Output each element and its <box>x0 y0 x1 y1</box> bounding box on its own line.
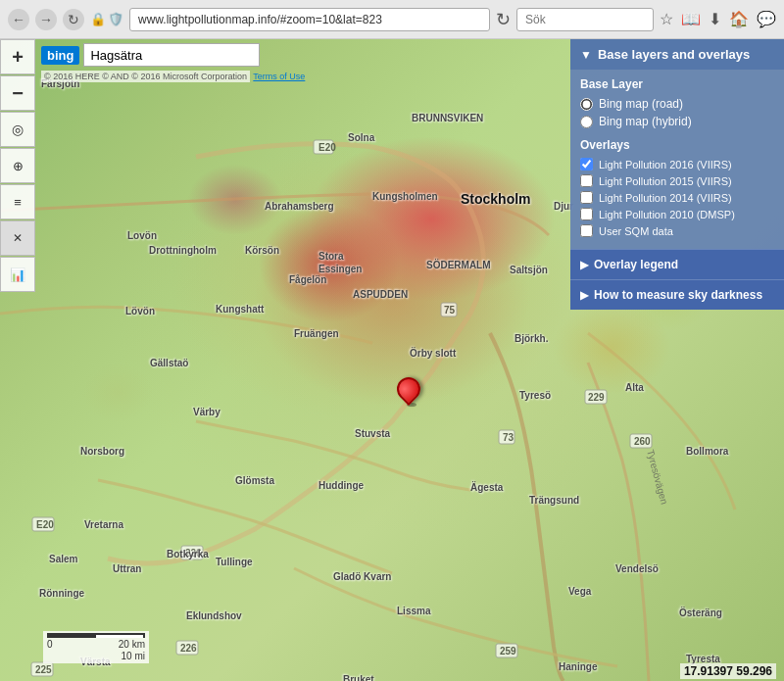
cb-lp2015-input[interactable] <box>580 174 593 187</box>
base-layer-options: Bing map (road) Bing map (hybrid) <box>580 97 774 128</box>
mi-scale: 10 mi <box>122 651 145 661</box>
measure-section[interactable]: ▶ How to measure sky darkness <box>570 279 784 310</box>
browser-icons: ☆ 📖 ⬇ 🏠 💬 <box>660 10 776 28</box>
bing-copyright: © 2016 HERE © AND © 2016 Microsoft Corpo… <box>41 69 305 82</box>
cb-sqm: User SQM data <box>580 224 774 237</box>
cb-lp2010-label: Light Pollution 2010 (DMSP) <box>599 209 735 220</box>
overlay-options: Light Pollution 2016 (VIIRS) Light Pollu… <box>580 158 774 237</box>
bookmark-icon[interactable]: 📖 <box>681 10 701 28</box>
measure-arrow: ▶ <box>580 289 588 302</box>
messages-icon[interactable]: 💬 <box>757 10 776 28</box>
cb-lp2010: Light Pollution 2010 (DMSP) <box>580 208 774 220</box>
forward-button[interactable]: → <box>35 9 57 30</box>
measure-label: How to measure sky darkness <box>594 288 762 302</box>
radio-hybrid-label: Bing map (hybrid) <box>599 115 692 128</box>
cb-lp2015: Light Pollution 2015 (VIIRS) <box>580 174 774 187</box>
security-indicator: 🔒 🛡️ <box>90 12 123 26</box>
close-button[interactable]: ✕ <box>0 220 35 256</box>
cb-lp2016: Light Pollution 2016 (VIIRS) <box>580 158 774 170</box>
right-panel: ▼ Base layers and overlays Base Layer Bi… <box>570 39 784 310</box>
panel-header[interactable]: ▼ Base layers and overlays <box>570 39 784 70</box>
lon-value: 17.91397 <box>684 664 733 678</box>
scale-ruler-km <box>47 633 145 638</box>
cb-lp2016-input[interactable] <box>580 158 593 170</box>
legend-label: Overlay legend <box>594 258 678 271</box>
lat-value: 59.296 <box>736 664 772 678</box>
home-icon[interactable]: 🏠 <box>729 10 749 28</box>
legend-arrow: ▶ <box>580 259 588 271</box>
svg-text:226: 226 <box>185 548 202 559</box>
cb-lp2015-label: Light Pollution 2015 (VIIRS) <box>599 175 732 187</box>
map-tools: + − ◎ ⊕ ≡ ✕ 📊 <box>0 39 35 681</box>
reload-icon[interactable]: ↻ <box>496 9 511 30</box>
radio-road: Bing map (road) <box>580 97 774 111</box>
cb-sqm-label: User SQM data <box>599 225 673 237</box>
svg-text:75: 75 <box>444 305 456 316</box>
base-layer-title: Base Layer <box>580 77 774 91</box>
radio-road-label: Bing map (road) <box>599 97 683 111</box>
svg-text:259: 259 <box>500 646 516 657</box>
bing-search-input[interactable] <box>83 43 260 67</box>
cb-sqm-input[interactable] <box>580 224 593 237</box>
search-input[interactable] <box>516 8 654 31</box>
panel-body: Base Layer Bing map (road) Bing map (hyb… <box>570 70 784 249</box>
km-scale: 20 km <box>119 639 145 650</box>
zoom-out-button[interactable]: − <box>0 75 35 111</box>
svg-text:225: 225 <box>35 664 52 675</box>
bing-logo: bing <box>41 46 79 65</box>
svg-text:Tyresövägen: Tyresövägen <box>645 449 669 506</box>
star-icon[interactable]: ☆ <box>660 10 673 28</box>
svg-text:260: 260 <box>634 436 651 447</box>
refresh-button[interactable]: ↻ <box>63 9 84 30</box>
cb-lp2014-input[interactable] <box>580 191 593 204</box>
svg-text:229: 229 <box>588 392 605 403</box>
svg-text:E20: E20 <box>36 519 54 530</box>
url-bar[interactable] <box>129 8 490 31</box>
radio-hybrid: Bing map (hybrid) <box>580 115 774 128</box>
locate-button[interactable]: ◎ <box>0 112 35 147</box>
overlays-title: Overlays <box>580 138 774 152</box>
coordinates: 17.91397 59.296 <box>680 663 776 679</box>
map-container[interactable]: E20 75 229 73 260 E20 226 226 225 259 73… <box>0 39 784 681</box>
map-pin <box>397 377 426 416</box>
layers-button[interactable]: ≡ <box>0 184 35 219</box>
scale-line: 0 20 km 10 mi <box>47 633 145 661</box>
browser-chrome: ← → ↻ 🔒 🛡️ ↻ ☆ 📖 ⬇ 🏠 💬 <box>0 0 784 39</box>
panel-title: Base layers and overlays <box>598 47 750 62</box>
radio-road-input[interactable] <box>580 98 593 111</box>
cb-lp2014-label: Light Pollution 2014 (VIIRS) <box>599 192 732 204</box>
radio-hybrid-input[interactable] <box>580 116 593 128</box>
overlay-legend-section[interactable]: ▶ Overlay legend <box>570 249 784 279</box>
download-icon[interactable]: ⬇ <box>709 10 721 28</box>
back-button[interactable]: ← <box>8 9 29 30</box>
panel-arrow: ▼ <box>580 48 592 62</box>
cb-lp2016-label: Light Pollution 2016 (VIIRS) <box>599 159 732 170</box>
cb-lp2014: Light Pollution 2014 (VIIRS) <box>580 191 774 204</box>
svg-text:E20: E20 <box>318 142 336 153</box>
bing-search-box: bing © 2016 HERE © AND © 2016 Microsoft … <box>41 43 305 82</box>
svg-text:226: 226 <box>180 643 197 654</box>
pin-head <box>392 372 425 406</box>
chart-button[interactable]: 📊 <box>0 257 35 292</box>
scale-bar: 0 20 km 10 mi <box>43 631 149 663</box>
zoom-in-button[interactable]: + <box>0 39 35 74</box>
terms-link[interactable]: Terms of Use <box>253 72 305 81</box>
cb-lp2010-input[interactable] <box>580 208 593 220</box>
add-button[interactable]: ⊕ <box>0 148 35 183</box>
svg-text:73: 73 <box>503 432 514 443</box>
